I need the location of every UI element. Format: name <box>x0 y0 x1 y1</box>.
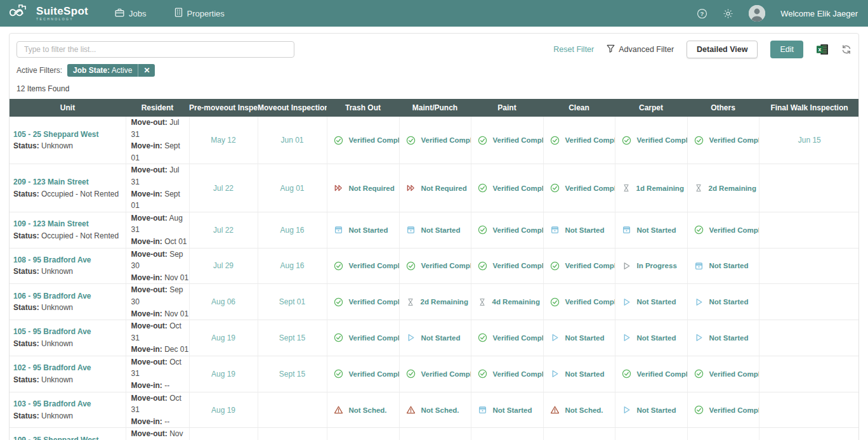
job-status-cell[interactable]: Verified Complete <box>688 405 759 415</box>
job-status-cell[interactable]: Verified Complete <box>544 136 615 145</box>
job-status-cell[interactable]: Verified Complete <box>615 369 687 379</box>
job-status-cell[interactable]: Verified Complete <box>471 225 543 235</box>
job-status-cell[interactable]: 2d Remaining <box>400 297 471 307</box>
table-row: 109 - 25 Sheppard WestStatus: UnknownMov… <box>10 428 859 440</box>
job-status-cell[interactable]: Not Started <box>615 333 687 342</box>
job-status-cell[interactable]: Verified Complete <box>471 369 543 379</box>
job-status-cell[interactable]: Verified Complete <box>544 261 615 271</box>
inspection-date-link[interactable]: Aug 19 <box>190 406 258 415</box>
inspection-date-link[interactable]: Aug 06 <box>190 297 258 306</box>
column-header-clean[interactable]: Clean <box>543 99 615 117</box>
unit-link[interactable]: 102 - 95 Bradford Ave <box>13 362 126 374</box>
job-status-cell[interactable]: Not Started <box>544 333 615 342</box>
job-status-cell[interactable]: Verified Complete <box>400 261 471 271</box>
unit-link[interactable]: 108 - 95 Bradford Ave <box>13 254 126 266</box>
filter-chip-close-icon[interactable]: ✕ <box>138 64 155 77</box>
column-header-unit[interactable]: Unit <box>10 99 126 117</box>
unit-link[interactable]: 106 - 95 Bradford Ave <box>13 290 126 302</box>
job-status-cell[interactable]: Not Started <box>688 261 759 271</box>
help-icon[interactable]: ? <box>697 8 707 19</box>
job-status-cell[interactable]: Not Started <box>615 297 687 307</box>
unit-link[interactable]: 105 - 25 Sheppard West <box>13 129 126 141</box>
job-status-cell[interactable]: Verified Complete <box>471 261 543 271</box>
job-status-cell[interactable]: Verified Complete <box>615 136 687 145</box>
job-status-cell[interactable]: 4d Remaining <box>471 297 543 307</box>
column-header-final-walk-inspection[interactable]: Final Walk Inspection <box>759 99 859 117</box>
job-status-cell[interactable]: Not Sched. <box>400 405 471 415</box>
inspection-date-link[interactable]: May 12 <box>190 136 258 145</box>
inspection-date-link[interactable]: Jun 01 <box>258 136 327 145</box>
settings-gear-icon[interactable] <box>723 8 733 19</box>
job-status-cell[interactable]: 1d Remaining <box>615 183 687 193</box>
inspection-date-link[interactable]: Aug 19 <box>190 333 258 342</box>
suitespot-logo[interactable]: SuiteSpot TECHNOLOGY <box>9 4 88 23</box>
column-header-others[interactable]: Others <box>687 99 759 117</box>
search-input[interactable] <box>16 41 294 58</box>
job-status-cell[interactable]: Not Started <box>688 333 759 342</box>
job-status-cell[interactable]: Verified Complete <box>544 297 615 307</box>
unit-link[interactable]: 109 - 123 Main Street <box>13 218 126 230</box>
column-header-trash-out[interactable]: Trash Out <box>327 99 399 117</box>
column-header-carpet[interactable]: Carpet <box>615 99 687 117</box>
unit-link[interactable]: 209 - 123 Main Street <box>13 176 126 188</box>
advanced-filter-button[interactable]: Advanced Filter <box>607 44 674 55</box>
job-status-cell[interactable]: Not Required <box>400 183 471 193</box>
inspection-date-link[interactable]: Aug 16 <box>258 226 327 235</box>
job-status-cell[interactable]: Verified Complete <box>688 136 759 145</box>
job-status-cell[interactable]: Verified Complete <box>544 183 615 193</box>
nav-item-properties[interactable]: Properties <box>174 8 225 19</box>
job-status-cell[interactable]: Not Started <box>327 225 399 235</box>
edit-button[interactable]: Edit <box>770 41 803 58</box>
job-status-cell[interactable]: Verified Complete <box>400 136 471 145</box>
job-status-cell[interactable]: Verified Complete <box>327 261 399 271</box>
job-status-cell[interactable]: Not Started <box>400 225 471 235</box>
inspection-date-link[interactable]: Jul 22 <box>190 226 258 235</box>
column-header-pre-moveout-inspection[interactable]: Pre-moveout Inspection <box>189 99 258 117</box>
unit-link[interactable]: 105 - 95 Bradford Ave <box>13 326 126 338</box>
column-header-paint[interactable]: Paint <box>471 99 543 117</box>
nav-item-jobs[interactable]: Jobs <box>115 8 146 19</box>
inspection-date-link[interactable]: Sept 15 <box>258 333 327 342</box>
job-status-cell[interactable]: Not Started <box>615 225 687 235</box>
job-status-cell[interactable]: Verified Complete <box>688 369 759 379</box>
unit-link[interactable]: 103 - 95 Bradford Ave <box>13 398 126 410</box>
job-status-cell[interactable]: Not Started <box>615 405 687 415</box>
job-status-cell[interactable]: Verified Complete <box>471 136 543 145</box>
inspection-date-link[interactable]: Jul 22 <box>190 184 258 193</box>
job-status-cell[interactable]: Not Required <box>327 183 399 193</box>
job-status-cell[interactable]: Not Started <box>544 369 615 379</box>
column-header-resident[interactable]: Resident <box>126 99 189 117</box>
column-header-maint-punch[interactable]: Maint/Punch <box>399 99 471 117</box>
inspection-date-link[interactable]: Sept 01 <box>258 297 327 306</box>
inspection-date-link[interactable]: Aug 16 <box>258 261 327 270</box>
reset-filter-link[interactable]: Reset Filter <box>553 45 594 54</box>
job-status-cell[interactable]: Not Started <box>688 297 759 307</box>
user-avatar[interactable] <box>749 5 765 22</box>
inspection-date-link[interactable]: Jun 15 <box>760 136 860 145</box>
export-excel-icon[interactable]: x <box>816 44 829 55</box>
job-status-cell[interactable]: Not Started <box>400 333 471 342</box>
job-status-cell[interactable]: Verified Complete <box>471 333 543 342</box>
inspection-date-link[interactable]: Aug 01 <box>258 184 327 193</box>
job-status-cell[interactable]: Verified Complete <box>471 183 543 193</box>
job-status-cell[interactable]: Verified Complete <box>327 333 399 342</box>
inspection-date-link[interactable]: Jul 29 <box>190 261 258 270</box>
job-status-cell[interactable]: Not Sched. <box>544 405 615 415</box>
unit-link[interactable]: 109 - 25 Sheppard West <box>13 434 126 440</box>
inspection-date-link[interactable]: Aug 19 <box>190 370 258 379</box>
job-status-cell[interactable]: Verified Complete <box>327 136 399 145</box>
inspection-date-link[interactable]: Sept 15 <box>258 370 327 379</box>
welcome-message[interactable]: Welcome Elik Jaeger <box>780 9 858 18</box>
column-header-moveout-inspection[interactable]: Moveout Inspection <box>258 99 327 117</box>
job-status-cell[interactable]: Not Started <box>544 225 615 235</box>
job-status-cell[interactable]: In Progress <box>615 261 687 271</box>
job-status-cell[interactable]: Not Sched. <box>327 405 399 415</box>
refresh-icon[interactable] <box>841 44 852 55</box>
detailed-view-button[interactable]: Detailed View <box>687 41 758 58</box>
job-status-cell[interactable]: Verified Complete <box>327 297 399 307</box>
job-status-cell[interactable]: Not Started <box>471 405 543 415</box>
job-status-cell[interactable]: Verified Complete <box>688 225 759 235</box>
job-status-cell[interactable]: Verified Complete <box>327 369 399 379</box>
job-status-cell[interactable]: 2d Remaining <box>688 183 759 193</box>
job-status-cell[interactable]: Verified Complete <box>400 369 471 379</box>
